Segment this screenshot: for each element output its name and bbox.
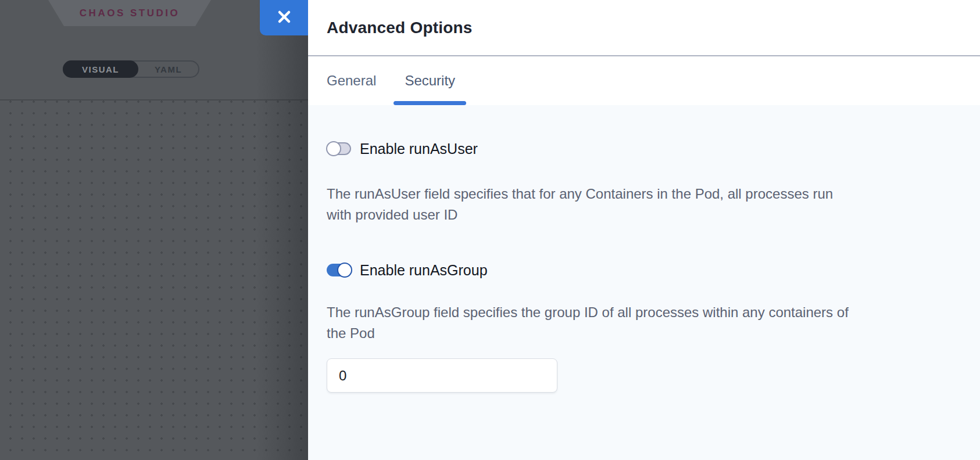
drawer-title: Advanced Options: [327, 19, 473, 37]
canvas-dot-grid: [0, 100, 308, 460]
close-icon: [277, 10, 291, 26]
run-as-group-label: Enable runAsGroup: [360, 262, 488, 279]
toggle-knob: [326, 141, 341, 156]
visual-yaml-toggle[interactable]: VISUAL YAML: [63, 60, 199, 78]
chaos-studio-canvas: CHAOS STUDIO VISUAL YAML: [0, 0, 308, 460]
security-tab-panel: Enable runAsUser The runAsUser field spe…: [308, 105, 980, 460]
close-drawer-button[interactable]: [260, 0, 308, 35]
tab-general[interactable]: General: [327, 56, 376, 105]
run-as-group-toggle[interactable]: [327, 264, 351, 276]
brand-title: CHAOS STUDIO: [80, 8, 180, 19]
run-as-group-description: The runAsGroup field specifies the group…: [327, 302, 857, 344]
run-as-user-row: Enable runAsUser: [327, 141, 961, 156]
run-as-group-value-input[interactable]: [327, 358, 557, 393]
run-as-group-row: Enable runAsGroup: [327, 263, 961, 278]
brand-banner: CHAOS STUDIO: [48, 0, 211, 26]
yaml-mode-button[interactable]: YAML: [138, 64, 198, 74]
drawer-header: Advanced Options: [308, 0, 980, 56]
drawer-tabs: General Security: [308, 56, 980, 105]
run-as-user-label: Enable runAsUser: [360, 141, 478, 157]
run-as-user-toggle[interactable]: [327, 142, 351, 155]
advanced-options-drawer: Advanced Options General Security Enable…: [308, 0, 980, 460]
tab-security[interactable]: Security: [394, 56, 466, 105]
visual-mode-button[interactable]: VISUAL: [63, 60, 138, 78]
toggle-knob: [337, 263, 352, 278]
run-as-user-description: The runAsUser field specifies that for a…: [327, 184, 857, 225]
